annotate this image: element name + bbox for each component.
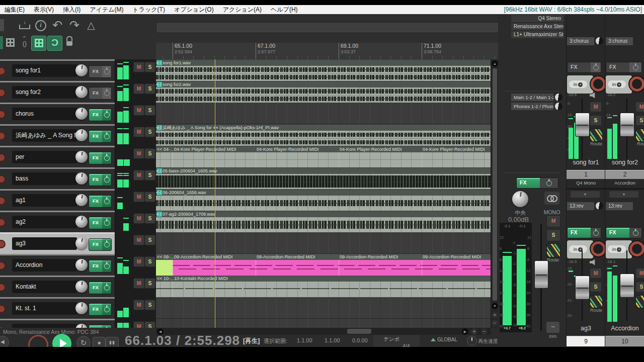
pan-knob[interactable] [75,151,88,163]
menu-edit[interactable]: 編集(E) [0,6,29,14]
menu-insert[interactable]: 挿入(I) [58,6,85,14]
track-name[interactable]: Accordion [12,259,77,272]
pause-button[interactable]: ▮▮ [106,337,119,347]
input-selector[interactable]: in▼ [608,245,626,253]
strip-track-name[interactable]: song for2 [605,159,644,166]
pan-knob[interactable] [75,281,88,293]
pan-knob[interactable] [75,129,88,141]
mute-button[interactable]: M [590,268,602,279]
toolbar-icon-partial[interactable] [0,19,4,31]
solo-button[interactable]: S [144,192,155,202]
fx-power-icon[interactable] [102,152,111,164]
pan-knob[interactable] [75,86,88,98]
track-number[interactable]: 1 [567,170,605,179]
menu-help[interactable]: ヘルプ(H) [266,6,302,14]
fx-button[interactable]: FX [89,303,112,316]
fader-handle[interactable] [575,276,590,300]
media-item-song-for1[interactable]: i<< song for1.wav [156,60,491,81]
bank-dropdown-icon[interactable]: ▼ [609,191,638,198]
snap-icon[interactable]: Ɔ [47,36,62,51]
record-arm-button[interactable] [591,241,605,256]
solo-button[interactable]: S [144,278,155,289]
scroll-right-icon[interactable]: ▶ [462,328,468,335]
track-row-ag2[interactable]: ag2 FX [0,211,115,232]
record-arm-icon[interactable] [0,175,6,184]
fx-power-icon[interactable] [102,239,111,250]
strip-track-name[interactable]: Accordion [605,325,644,332]
route-button[interactable] [635,295,644,308]
menu-track[interactable]: トラック(T) [128,6,169,14]
master-pan-knob[interactable] [512,191,528,207]
hzoom-out-icon[interactable]: − [481,328,488,335]
menu-item[interactable]: アイテム(M) [85,6,128,14]
selection-end[interactable]: 1.1.00 [325,337,340,343]
pan-knob[interactable] [75,172,88,185]
zoom-in-icon[interactable]: + [492,312,498,318]
scroll-up-icon[interactable]: ▲ [492,60,498,67]
record-arm-icon[interactable] [0,261,6,270]
fx-button[interactable]: FX [606,227,642,238]
scrollbar-handle[interactable] [493,68,497,301]
send-slot[interactable]: 13:rev [606,202,633,210]
track-name[interactable]: chorus [12,108,77,120]
fx-button[interactable]: FX [89,260,112,273]
fx-power-icon[interactable] [629,228,641,238]
track-row-per[interactable]: per FX [0,146,115,167]
solo-button[interactable]: S [144,127,155,137]
solo-button[interactable]: S [144,256,155,267]
master-fx-button[interactable]: FX [516,177,558,189]
route-button[interactable] [635,129,644,142]
track-row-kt-st-1[interactable]: Kt. st. 1 FX [0,297,115,319]
solo-button[interactable]: S [144,62,155,72]
fx-power-icon[interactable] [102,196,111,207]
route-button[interactable] [590,129,603,142]
fx-button[interactable]: FX [89,217,112,229]
solo-button[interactable]: S [144,235,155,245]
solo-button[interactable]: S [144,170,155,180]
strip-fx-name[interactable]: Q4 Mono [567,180,605,186]
track-row-bass[interactable]: bass FX [0,167,115,189]
media-item-vocal[interactable]: i<< 浜崎あゆみ _ A Song for ×× (Acappella)-pO… [156,125,491,146]
media-item-kontakt-midi[interactable]: << 10-... 10-Kontakt-Recorded MIDI [156,276,491,297]
playrate-knob[interactable] [467,336,477,346]
track-row-ag3-selected[interactable]: ag3 FX [0,232,115,254]
media-item-ag2[interactable]: i<< 07-ag2-200604_1709.wav [156,211,491,232]
play-button[interactable] [52,334,71,347]
strip-track-name[interactable]: ag3 [567,325,605,332]
send-knob[interactable] [555,103,562,110]
track-name[interactable]: Kontakt [12,281,77,293]
pan-knob[interactable] [75,237,88,249]
record-arm-icon[interactable] [0,153,6,162]
send-knob[interactable] [596,37,603,45]
mute-button[interactable]: M [133,256,144,267]
fx-button[interactable]: FX [89,87,112,100]
record-arm-icon[interactable] [0,110,6,119]
fx-power-icon[interactable] [102,217,111,229]
input-selector[interactable]: in▼ [569,245,587,253]
pan-knob[interactable] [75,259,88,271]
master-fx-slot[interactable]: Q4 Stereo [511,15,564,22]
track-name[interactable]: 浜崎あゆみ _ A Song for ×× [12,129,77,142]
repeat-button[interactable]: ↻ [76,336,91,347]
track-row-ag1[interactable]: ag1 FX [0,189,115,211]
selection-start[interactable]: 1.1.00 [297,337,312,343]
track-name[interactable]: ag1 [12,194,77,207]
fx-button[interactable]: FX [89,173,112,186]
solo-button[interactable]: S [144,213,155,224]
track-row-song-for1[interactable]: song for1 FX [0,59,115,81]
media-item-kore-midi[interactable]: << 04-... 04-Kore Player-Recorded MIDI 0… [156,146,491,167]
master-mute-button[interactable]: M [546,215,560,227]
speaker-icon[interactable] [590,259,597,265]
mute-button[interactable]: M [133,235,144,245]
solo-button[interactable]: S [635,115,644,126]
stop-button[interactable]: ■ [93,337,106,347]
fx-button[interactable]: FX [567,227,601,238]
master-volume-readout[interactable]: 0.00dB [508,216,529,223]
fx-button[interactable]: FX [89,282,112,294]
mute-button[interactable]: M [635,268,644,279]
solo-button[interactable]: S [590,282,602,292]
record-arm-icon[interactable] [0,218,6,227]
link-icon[interactable]: ⌃ ( ) [18,36,30,47]
track-name[interactable]: ag2 [12,216,77,228]
timeline-ruler[interactable]: 65.1.002:52.584 67.1.002:57.977 69.1.003… [156,43,498,60]
